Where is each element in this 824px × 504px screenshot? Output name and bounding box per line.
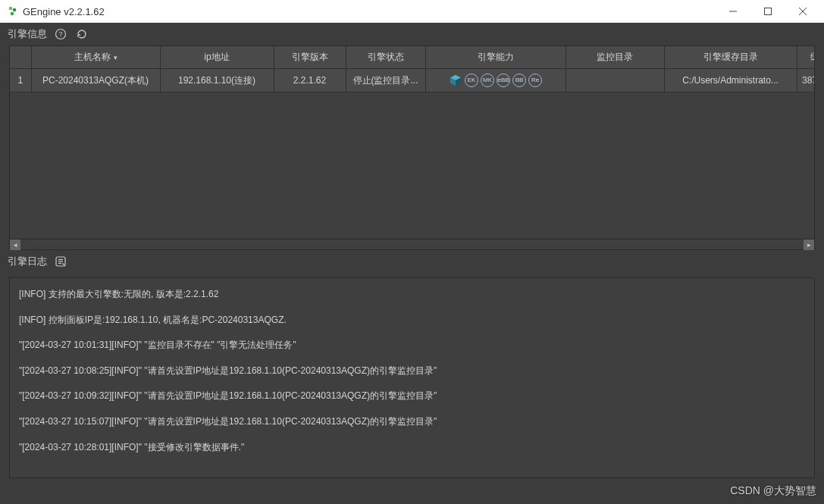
cell-capability: EK MK eBB BB Re (425, 69, 566, 92)
svg-rect-4 (765, 8, 772, 15)
col-version[interactable]: 引擎版本 (274, 46, 346, 69)
watermark: CSDN @大势智慧 (730, 484, 816, 498)
log-view[interactable]: [INFO] 支持的最大引擎数:无限的, 版本是:2.2.1.62 [INFO]… (9, 277, 815, 478)
engine-table: 主机名称▾ ip地址 引擎版本 引擎状态 引擎能力 监控目录 引擎缓存目录 缓存… (9, 45, 815, 250)
scroll-right-icon[interactable]: ▸ (804, 239, 814, 250)
svg-point-0 (9, 7, 13, 11)
log-line: "[2024-03-27 10:01:31][INFO]" "监控目录不存在" … (19, 340, 805, 352)
scroll-track[interactable] (20, 239, 804, 249)
maximize-button[interactable] (753, 1, 783, 22)
col-monitor-dir[interactable]: 监控目录 (566, 46, 664, 69)
cap-badge: BB (512, 74, 526, 87)
col-status[interactable]: 引擎状态 (346, 46, 425, 69)
scroll-left-icon[interactable]: ◂ (10, 239, 20, 250)
cap-badge: Re (528, 74, 542, 87)
col-rownum[interactable] (10, 46, 31, 69)
cell-cache: 387.90G (797, 69, 814, 92)
horizontal-scrollbar[interactable]: ◂ ▸ (10, 239, 814, 249)
help-icon[interactable]: ? (53, 27, 68, 42)
col-capability[interactable]: 引擎能力 (425, 46, 566, 69)
log-line: "[2024-03-27 10:09:32][INFO]" "请首先设置IP地址… (19, 390, 805, 402)
app-icon (6, 5, 18, 17)
window-title: GEngine v2.2.1.62 (23, 6, 713, 17)
cell-cache-dir: C:/Users/Administrato... (664, 69, 797, 92)
cell-index: 1 (10, 69, 31, 92)
engine-log-header: 引擎日志 (0, 250, 824, 273)
col-cache[interactable]: 缓存 (797, 46, 814, 69)
cell-host: PC-20240313AQGZ(本机) (31, 69, 160, 92)
cell-version: 2.2.1.62 (274, 69, 346, 92)
cap-badge: eBB (497, 74, 510, 87)
refresh-icon[interactable] (74, 27, 89, 42)
cap-badge: MK (481, 74, 494, 87)
titlebar: GEngine v2.2.1.62 (0, 0, 824, 23)
svg-point-2 (11, 12, 14, 16)
log-line: "[2024-03-27 10:08:25][INFO]" "请首先设置IP地址… (19, 365, 805, 377)
col-host[interactable]: 主机名称▾ (31, 46, 160, 69)
close-button[interactable] (788, 1, 818, 22)
engine-info-label: 引擎信息 (8, 27, 47, 41)
engine-log-label: 引擎日志 (8, 255, 47, 268)
col-cache-dir[interactable]: 引擎缓存目录 (664, 46, 797, 69)
cell-ip: 192.168.1.10(连接) (160, 69, 274, 92)
log-line: [INFO] 支持的最大引擎数:无限的, 版本是:2.2.1.62 (19, 289, 805, 301)
engine-info-header: 引擎信息 ? (0, 23, 824, 45)
table-header-row: 主机名称▾ ip地址 引擎版本 引擎状态 引擎能力 监控目录 引擎缓存目录 缓存 (10, 46, 814, 69)
cap-badge: EK (465, 74, 478, 87)
minimize-button[interactable] (718, 1, 748, 22)
log-line: "[2024-03-27 10:28:01][INFO]" "接受修改引擎数据事… (19, 442, 805, 454)
table-row[interactable]: 1 PC-20240313AQGZ(本机) 192.168.1.10(连接) 2… (10, 69, 814, 92)
cell-status: 停止(监控目录... (346, 69, 425, 92)
cell-monitor-dir (566, 69, 664, 92)
sort-indicator-icon: ▾ (114, 54, 117, 61)
log-line: "[2024-03-27 10:15:07][INFO]" "请首先设置IP地址… (19, 416, 805, 428)
col-ip[interactable]: ip地址 (160, 46, 274, 69)
log-line: [INFO] 控制面板IP是:192.168.1.10, 机器名是:PC-202… (19, 315, 805, 327)
svg-text:?: ? (58, 30, 62, 38)
cube-icon (449, 74, 462, 87)
svg-point-1 (13, 8, 17, 12)
log-options-icon[interactable] (53, 254, 68, 269)
